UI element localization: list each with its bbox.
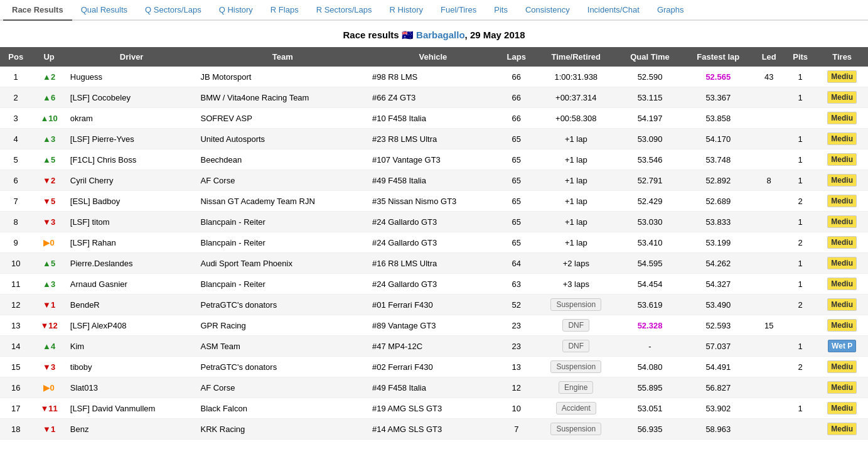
cell-driver: BendeR (67, 295, 197, 315)
cell-time: +1 lap (535, 212, 617, 232)
tab-pits[interactable]: Pits (485, 0, 517, 19)
cell-driver: Slat013 (67, 377, 197, 398)
col-laps: Laps (498, 47, 535, 67)
cell-qual: 55.895 (617, 377, 683, 398)
tab-incidents-chat[interactable]: Incidents/Chat (579, 0, 648, 19)
tab-race-results[interactable]: Race Results (3, 0, 72, 21)
col-team: Team (196, 47, 368, 67)
cell-vehicle: #24 Gallardo GT3 (368, 274, 498, 295)
col-up: Up (31, 47, 66, 67)
cell-pos: 14 (0, 336, 31, 357)
cell-team: Blancpain - Reiter (196, 274, 368, 295)
cell-team: PetraGTC's donators (196, 295, 368, 315)
cell-pos: 8 (0, 212, 31, 232)
tab-r-flaps[interactable]: R Flaps (262, 0, 308, 19)
tab-q-sectors-laps[interactable]: Q Sectors/Laps (136, 0, 210, 19)
cell-fastest: 53.858 (683, 108, 753, 129)
tab-r-history[interactable]: R History (381, 0, 432, 19)
cell-led: 15 (754, 315, 785, 336)
cell-pos: 2 (0, 87, 31, 108)
cell-driver: [ESL] Badboy (67, 191, 197, 212)
cell-tires: Mediu (816, 191, 868, 212)
cell-time: +1 lap (535, 170, 617, 191)
cell-vehicle: #14 AMG SLS GT3 (368, 419, 498, 440)
cell-up: ▼3 (31, 357, 66, 377)
cell-pos: 5 (0, 149, 31, 170)
nav-tabs: Race ResultsQual ResultsQ Sectors/LapsQ … (0, 0, 868, 21)
cell-tires: Mediu (816, 398, 868, 419)
cell-pits: 1 (785, 398, 816, 419)
cell-pits: 1 (785, 170, 816, 191)
table-row: 3▲10okramSOFREV ASP#10 F458 Italia66+00:… (0, 108, 868, 129)
table-row: 10▲5Pierre.DeslandesAudi Sport Team Phoe… (0, 253, 868, 274)
tab-graphs[interactable]: Graphs (648, 0, 693, 19)
cell-led (754, 108, 785, 129)
cell-led (754, 212, 785, 232)
cell-qual: 56.935 (617, 419, 683, 440)
cell-laps: 65 (498, 170, 535, 191)
cell-pos: 10 (0, 253, 31, 274)
tab-r-sectors-laps[interactable]: R Sectors/Laps (308, 0, 381, 19)
cell-laps: 65 (498, 232, 535, 253)
cell-time: +1 lap (535, 129, 617, 149)
cell-laps: 63 (498, 274, 535, 295)
cell-driver: [LSF] AlexP408 (67, 315, 197, 336)
cell-fastest: 53.367 (683, 87, 753, 108)
tab-qual-results[interactable]: Qual Results (72, 0, 136, 19)
table-row: 9▶0[LSF] RahanBlancpain - Reiter#24 Gall… (0, 232, 868, 253)
cell-up: ▼1 (31, 295, 66, 315)
cell-laps: 23 (498, 336, 535, 357)
cell-time: +2 laps (535, 253, 617, 274)
table-row: 11▲3Arnaud GasnierBlancpain - Reiter#24 … (0, 274, 868, 295)
tab-consistency[interactable]: Consistency (517, 0, 579, 19)
page-title: Race results 🇦🇺 Barbagallo, 29 May 2018 (0, 21, 868, 47)
cell-time: +00:37.314 (535, 87, 617, 108)
cell-tires: Mediu (816, 212, 868, 232)
cell-time: Suspension (535, 357, 617, 377)
cell-qual: 54.080 (617, 357, 683, 377)
cell-driver: Arnaud Gasnier (67, 274, 197, 295)
cell-team: Nissan GT Academy Team RJN (196, 191, 368, 212)
cell-tires: Mediu (816, 232, 868, 253)
cell-vehicle: #23 R8 LMS Ultra (368, 129, 498, 149)
cell-team: Audi Sport Team Phoenix (196, 253, 368, 274)
col-led: Led (754, 47, 785, 67)
cell-vehicle: #49 F458 Italia (368, 170, 498, 191)
table-row: 14▲4KimASM Team#47 MP4-12C23DNF-57.0371W… (0, 336, 868, 357)
cell-laps: 13 (498, 357, 535, 377)
cell-driver: [LSF] titom (67, 212, 197, 232)
cell-up: ▶0 (31, 232, 66, 253)
cell-fastest: 54.491 (683, 357, 753, 377)
cell-led (754, 398, 785, 419)
tab-fuel-tires[interactable]: Fuel/Tires (432, 0, 485, 19)
cell-tires: Mediu (816, 149, 868, 170)
cell-tires: Mediu (816, 129, 868, 149)
cell-pits: 1 (785, 67, 816, 87)
cell-fastest: 52.892 (683, 170, 753, 191)
table-row: 1▲2HuguessJB Motorsport#98 R8 LMS661:00:… (0, 67, 868, 87)
cell-laps: 66 (498, 87, 535, 108)
cell-time: +00:58.308 (535, 108, 617, 129)
col-time-retired: Time/Retired (535, 47, 617, 67)
tab-q-history[interactable]: Q History (210, 0, 262, 19)
cell-up: ▲4 (31, 336, 66, 357)
cell-fastest: 56.827 (683, 377, 753, 398)
cell-fastest: 53.902 (683, 398, 753, 419)
cell-laps: 65 (498, 129, 535, 149)
cell-laps: 12 (498, 377, 535, 398)
cell-vehicle: #10 F458 Italia (368, 108, 498, 129)
cell-fastest: 54.170 (683, 129, 753, 149)
cell-fastest: 54.327 (683, 274, 753, 295)
cell-pos: 4 (0, 129, 31, 149)
cell-fastest: 52.593 (683, 315, 753, 336)
cell-time: +1 lap (535, 149, 617, 170)
cell-pos: 7 (0, 191, 31, 212)
cell-qual: 53.546 (617, 149, 683, 170)
cell-vehicle: #24 Gallardo GT3 (368, 212, 498, 232)
cell-up: ▲5 (31, 253, 66, 274)
race-date: 29 May 2018 (470, 30, 525, 40)
cell-team: SOFREV ASP (196, 108, 368, 129)
track-link[interactable]: Barbagallo (416, 30, 465, 40)
col-fastest-lap: Fastest lap (683, 47, 753, 67)
cell-laps: 64 (498, 253, 535, 274)
